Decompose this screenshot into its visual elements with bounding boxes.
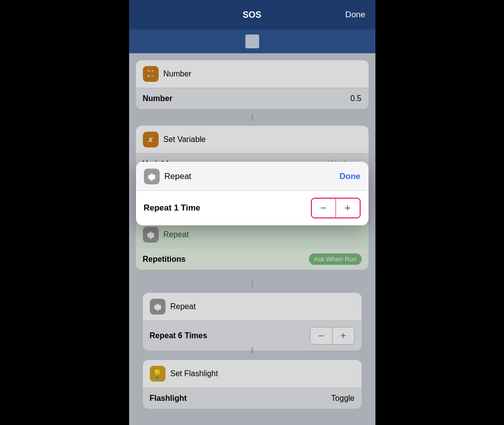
popup-header-left: Repeat xyxy=(144,169,192,184)
nav-bar: SOS Done xyxy=(129,0,375,30)
sub-header xyxy=(129,30,375,53)
stepper-minus-button[interactable]: − xyxy=(312,199,336,217)
dim-overlay xyxy=(129,53,375,425)
gear-svg xyxy=(147,172,157,181)
stepper-plus-button[interactable]: + xyxy=(336,199,360,217)
nav-done-button[interactable]: Done xyxy=(345,10,366,20)
repeat-stepper: − + xyxy=(311,198,361,218)
content-area: + ÷ × − Number Number 0.5 x Set xyxy=(129,53,375,425)
popup-gear-icon xyxy=(144,169,160,184)
phone-container: SOS Done + ÷ × − Number Number 0.5 xyxy=(129,0,375,425)
stop-button[interactable] xyxy=(245,35,259,48)
popup-title: Repeat xyxy=(165,172,192,181)
popup-repeat-label: Repeat 1 Time xyxy=(144,203,201,213)
popup-done-button[interactable]: Done xyxy=(339,172,361,181)
repeat-popup: Repeat Done Repeat 1 Time − + xyxy=(136,162,369,225)
popup-body: Repeat 1 Time − + xyxy=(136,190,369,225)
nav-title: SOS xyxy=(242,10,261,20)
popup-header: Repeat Done xyxy=(136,162,369,190)
